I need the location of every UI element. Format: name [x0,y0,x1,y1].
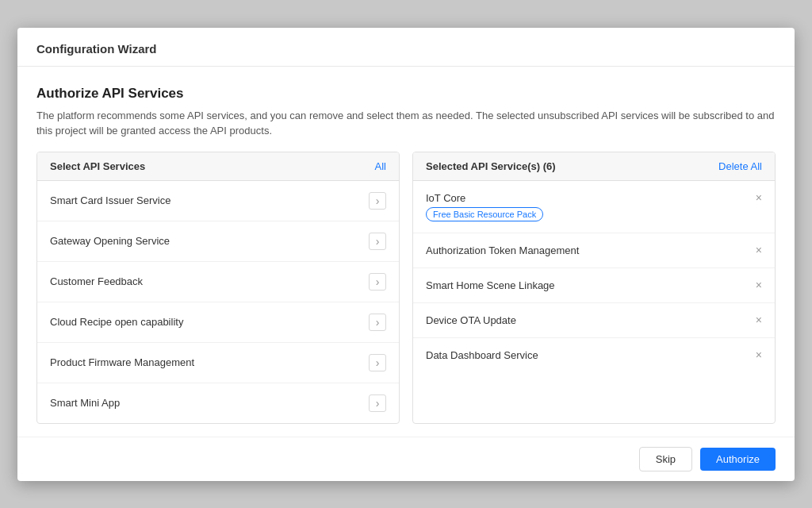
chevron-right-icon [369,314,386,331]
selected-item-smart-home-content: Smart Home Scene Linkage [426,279,749,291]
chevron-right-icon [369,394,386,412]
list-item-customer-feedback[interactable]: Customer Feedback [37,262,399,302]
selected-item-data-dashboard: Data Dashboard Service × [413,338,775,372]
modal-footer: Skip Authorize [17,437,795,481]
chevron-right-icon [369,273,386,291]
list-item-firmware-label: Product Firmware Management [50,356,194,368]
left-panel-list: Smart Card Issuer Service Gateway Openin… [37,181,399,423]
list-item-smart-card-label: Smart Card Issuer Service [50,194,170,206]
selected-item-auth-token-content: Authorization Token Management [426,244,749,256]
left-panel-label: Select API Services [50,160,145,172]
selected-item-iot-core-name: IoT Core [426,192,749,204]
modal-title: Configuration Wizard [36,42,157,56]
list-item-product-firmware[interactable]: Product Firmware Management [37,343,399,383]
panels-container: Select API Services All Smart Card Issue… [36,152,776,424]
selected-item-iot-core: IoT Core Free Basic Resource Pack × [413,181,775,233]
remove-device-ota-button[interactable]: × [756,314,762,325]
selected-item-data-dashboard-content: Data Dashboard Service [426,349,749,361]
list-item-gateway-label: Gateway Opening Service [50,235,170,247]
right-panel-label: Selected API Service(s) (6) [426,160,556,172]
delete-all-button[interactable]: Delete All [718,160,762,172]
right-panel-header: Selected API Service(s) (6) Delete All [413,152,775,181]
iot-core-badge: Free Basic Resource Pack [426,207,543,221]
modal-overlay: Configuration Wizard Authorize API Servi… [0,0,812,508]
selected-item-auth-token-name: Authorization Token Management [426,244,749,256]
chevron-right-icon [369,233,386,250]
section-title: Authorize API Services [36,86,776,102]
right-panel: Selected API Service(s) (6) Delete All I… [412,152,776,424]
authorize-button[interactable]: Authorize [700,448,776,471]
selected-item-device-ota: Device OTA Update × [413,303,775,338]
chevron-right-icon [369,354,386,371]
section-desc: The platform recommends some API service… [36,108,776,139]
remove-smart-home-button[interactable]: × [756,279,762,291]
list-item-cloud-recipe-label: Cloud Recipe open capability [50,316,183,328]
list-item-feedback-label: Customer Feedback [50,275,143,287]
selected-item-auth-token: Authorization Token Management × [413,233,775,268]
left-panel-all-button[interactable]: All [375,160,386,172]
selected-item-device-ota-name: Device OTA Update [426,314,749,326]
chevron-right-icon [369,192,386,210]
list-item-mini-app-label: Smart Mini App [50,397,120,409]
selected-item-device-ota-content: Device OTA Update [426,314,749,326]
list-item-smart-card[interactable]: Smart Card Issuer Service [37,181,399,221]
selected-item-smart-home-name: Smart Home Scene Linkage [426,279,749,291]
list-item-gateway-opening[interactable]: Gateway Opening Service [37,221,399,262]
list-item-smart-mini-app[interactable]: Smart Mini App [37,383,399,423]
left-panel: Select API Services All Smart Card Issue… [36,152,400,424]
config-wizard-modal: Configuration Wizard Authorize API Servi… [17,28,795,481]
remove-data-dashboard-button[interactable]: × [756,349,762,360]
list-item-cloud-recipe[interactable]: Cloud Recipe open capability [37,302,399,343]
selected-item-data-dashboard-name: Data Dashboard Service [426,349,749,361]
modal-body: Authorize API Services The platform reco… [17,67,795,437]
remove-iot-core-button[interactable]: × [756,192,762,203]
right-panel-list: IoT Core Free Basic Resource Pack × Auth… [413,181,775,423]
remove-auth-token-button[interactable]: × [756,244,762,256]
skip-button[interactable]: Skip [639,447,692,471]
selected-item-iot-core-content: IoT Core Free Basic Resource Pack [426,192,749,221]
modal-header: Configuration Wizard [17,28,795,67]
selected-item-smart-home: Smart Home Scene Linkage × [413,268,775,303]
left-panel-header: Select API Services All [37,152,399,181]
